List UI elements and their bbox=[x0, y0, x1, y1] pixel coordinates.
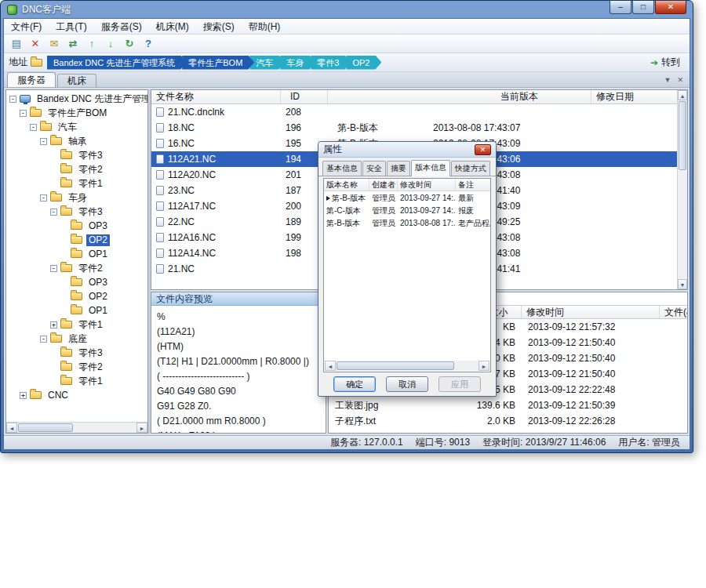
menu-item-5[interactable]: 帮助(H) bbox=[242, 19, 288, 34]
status-segment-1: 端口号: 9013 bbox=[416, 436, 470, 449]
tree-item-5[interactable]: 零件2 bbox=[6, 162, 147, 176]
tree-item-21[interactable]: +CNC bbox=[6, 388, 147, 402]
scroll-right-icon[interactable]: ► bbox=[136, 423, 147, 433]
menu-item-2[interactable]: 服务器(S) bbox=[94, 19, 149, 34]
attachment-row-6[interactable]: 子程序.txt2.0 KB2013-09-12 22:26:28 bbox=[329, 413, 687, 429]
version-column-header-1[interactable]: 创建者 bbox=[369, 179, 398, 191]
column-header-0[interactable]: 文件名称 bbox=[151, 90, 281, 103]
help-button[interactable]: ? bbox=[140, 36, 157, 52]
version-column-header-2[interactable]: 修改时间 bbox=[398, 179, 456, 191]
tree-expander-icon[interactable]: - bbox=[40, 336, 47, 343]
dialog-horizontal-scrollbar[interactable]: ◄ ► bbox=[325, 361, 489, 371]
file-row-1[interactable]: 18.NC196第-B-版本2013-08-08 17:43:07 bbox=[151, 120, 677, 136]
scroll-left-icon[interactable]: ◄ bbox=[325, 361, 336, 371]
breadcrumb-item-5[interactable]: OP2 bbox=[346, 56, 381, 70]
tree-expander-icon[interactable]: - bbox=[20, 110, 27, 117]
tree-item-7[interactable]: -车身 bbox=[6, 191, 147, 205]
tree-item-19[interactable]: 零件2 bbox=[6, 360, 147, 374]
tree-item-15[interactable]: OP1 bbox=[6, 303, 147, 318]
download-button[interactable]: ↓ bbox=[102, 36, 119, 52]
dialog-tab-3[interactable]: 版本信息 bbox=[411, 160, 450, 176]
scroll-down-icon[interactable]: ▼ bbox=[678, 279, 687, 289]
menu-item-0[interactable]: 文件(F) bbox=[4, 19, 49, 34]
tree-item-10[interactable]: OP2 bbox=[6, 233, 147, 247]
delete-button[interactable]: ✕ bbox=[27, 36, 44, 52]
tree-item-14[interactable]: OP2 bbox=[6, 289, 147, 303]
dialog-close-icon[interactable]: ✕ bbox=[475, 144, 491, 155]
column-header-1[interactable]: ID bbox=[281, 90, 328, 103]
tree-item-4[interactable]: 零件3 bbox=[6, 148, 147, 162]
attachment-row-5[interactable]: 工装图.jpg139.6 KB2013-09-12 21:50:39 bbox=[329, 397, 687, 413]
tree-horizontal-scrollbar[interactable]: ◄ ► bbox=[6, 422, 147, 433]
chevron-down-icon[interactable]: ▼ bbox=[664, 76, 671, 84]
file-list-vertical-scrollbar[interactable]: ▲ ▼ bbox=[677, 90, 687, 289]
scroll-thumb[interactable] bbox=[18, 423, 73, 432]
scroll-left-icon[interactable]: ◄ bbox=[6, 423, 17, 433]
tree-expander-icon[interactable]: - bbox=[40, 138, 47, 145]
tree-expander-icon[interactable]: - bbox=[9, 96, 16, 103]
tree-item-8[interactable]: -零件3 bbox=[6, 205, 147, 219]
upload-button[interactable]: ↑ bbox=[83, 36, 100, 52]
tree-item-13[interactable]: OP3 bbox=[6, 275, 147, 289]
tree-item-18[interactable]: 零件3 bbox=[6, 346, 147, 360]
send-button[interactable]: ✉ bbox=[45, 36, 63, 52]
tree-expander-icon[interactable]: - bbox=[40, 194, 47, 201]
tree-item-2[interactable]: -汽车 bbox=[6, 120, 147, 134]
maximize-button[interactable]: □ bbox=[632, 1, 654, 14]
tree-item-1[interactable]: -零件生产BOM bbox=[6, 106, 147, 120]
breadcrumb-item-3[interactable]: 车身 bbox=[280, 56, 315, 70]
tree-item-6[interactable]: 零件1 bbox=[6, 176, 147, 191]
tree-expander-icon[interactable]: - bbox=[30, 124, 37, 131]
tree-item-11[interactable]: OP1 bbox=[6, 247, 147, 261]
tree-expander-icon[interactable]: - bbox=[50, 265, 57, 272]
tree-item-3[interactable]: -轴承 bbox=[6, 134, 147, 148]
version-column-header-0[interactable]: 版本名称 bbox=[324, 179, 369, 191]
new-file-button[interactable]: ▤ bbox=[8, 36, 25, 52]
cancel-button[interactable]: 取消 bbox=[386, 376, 428, 392]
version-row-1[interactable]: 第-C-版本管理员2013-09-27 14:...报废 bbox=[324, 204, 490, 216]
breadcrumb-item-0[interactable]: Bandex DNC 先进生产管理系统 bbox=[47, 56, 187, 70]
dialog-tab-0[interactable]: 基本信息 bbox=[322, 161, 362, 176]
scroll-thumb[interactable] bbox=[337, 361, 454, 370]
refresh-button[interactable]: ↻ bbox=[121, 36, 138, 52]
view-tab-1[interactable]: 机床 bbox=[57, 74, 96, 87]
scroll-up-icon[interactable]: ▲ bbox=[678, 90, 687, 100]
breadcrumb-item-2[interactable]: 汽车 bbox=[249, 56, 285, 70]
file-row-0[interactable]: 21.NC.dnclnk208 bbox=[151, 104, 677, 120]
minimize-button[interactable]: – bbox=[610, 1, 631, 14]
tree-item-0[interactable]: -Bandex DNC 先进生产管理系统 bbox=[6, 92, 147, 106]
menu-item-1[interactable]: 工具(T) bbox=[49, 19, 93, 34]
breadcrumb-item-1[interactable]: 零件生产BOM bbox=[182, 56, 254, 70]
scroll-right-icon[interactable]: ► bbox=[479, 361, 489, 371]
menu-item-3[interactable]: 机床(M) bbox=[149, 19, 196, 34]
menu-item-4[interactable]: 搜索(S) bbox=[196, 19, 242, 34]
dialog-tab-2[interactable]: 摘要 bbox=[387, 161, 410, 176]
view-tab-0[interactable]: 服务器 bbox=[7, 72, 56, 87]
tree-item-12[interactable]: -零件2 bbox=[6, 261, 147, 275]
breadcrumb-item-4[interactable]: 零件3 bbox=[311, 56, 351, 70]
column-header-4[interactable]: 修改日期 bbox=[591, 90, 687, 103]
tree-item-9[interactable]: OP3 bbox=[6, 219, 147, 233]
column-header-3[interactable]: 当前版本 bbox=[496, 90, 591, 103]
go-button[interactable]: ➔ 转到 bbox=[650, 56, 685, 69]
tree-item-17[interactable]: -底座 bbox=[6, 332, 147, 346]
ok-button[interactable]: 确定 bbox=[333, 376, 376, 392]
tree-expander-icon[interactable]: + bbox=[20, 392, 27, 399]
version-column-header-3[interactable]: 备注 bbox=[456, 179, 490, 191]
scroll-thumb[interactable] bbox=[679, 101, 686, 170]
attachment-column-header-2[interactable]: 修改时间 bbox=[522, 306, 660, 318]
version-row-2[interactable]: 第-B-版本管理员2013-08-08 17:...老产品程序 bbox=[324, 216, 490, 229]
dialog-title-bar[interactable]: 属性 ✕ bbox=[318, 142, 496, 158]
attachment-column-header-3[interactable]: 文件(& bbox=[660, 306, 687, 318]
close-button[interactable]: ✕ bbox=[655, 1, 686, 14]
title-bar[interactable]: DNC客户端 bbox=[1, 1, 693, 18]
tree-item-20[interactable]: 零件1 bbox=[6, 374, 147, 388]
dialog-tab-1[interactable]: 安全 bbox=[362, 161, 386, 176]
tree-expander-icon[interactable]: - bbox=[50, 209, 57, 216]
transfer-button[interactable]: ⇄ bbox=[64, 36, 82, 52]
close-pane-icon[interactable]: ✕ bbox=[677, 76, 683, 84]
tree-expander-icon[interactable]: + bbox=[50, 321, 57, 328]
dialog-tab-4[interactable]: 快捷方式 bbox=[451, 161, 490, 176]
version-row-0[interactable]: 第-B-版本管理员2013-09-27 14:...最新 bbox=[324, 191, 490, 204]
tree-item-16[interactable]: +零件1 bbox=[6, 318, 147, 332]
